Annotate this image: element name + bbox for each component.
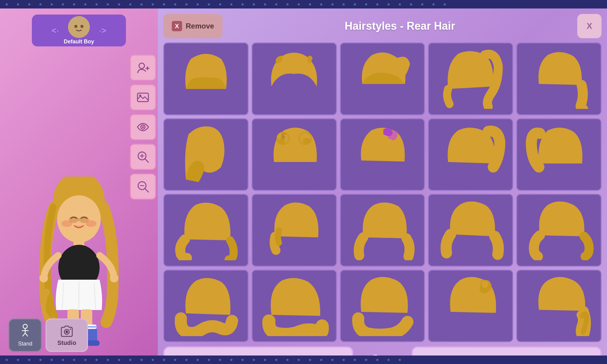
svg-point-0 bbox=[69, 17, 89, 37]
character-avatar bbox=[68, 16, 90, 38]
stand-icon bbox=[19, 323, 32, 339]
hair-item-2[interactable] bbox=[252, 42, 337, 115]
svg-line-47 bbox=[145, 188, 148, 192]
character-name: Default Boy bbox=[64, 39, 94, 45]
panel-title: Hairstyles - Rear Hair bbox=[227, 20, 572, 32]
svg-point-3 bbox=[73, 28, 76, 30]
svg-point-18 bbox=[110, 274, 118, 282]
svg-line-53 bbox=[25, 333, 28, 336]
add-character-button[interactable] bbox=[130, 55, 156, 81]
hair-item-3[interactable] bbox=[340, 42, 425, 115]
hair-item-9[interactable] bbox=[428, 118, 513, 191]
svg-point-1 bbox=[74, 25, 77, 28]
svg-point-2 bbox=[80, 25, 83, 28]
hair-item-4[interactable] bbox=[428, 42, 513, 115]
star-border-top: ★★ ★★ ★★ ★★ ★★ ★★ ★★ ★★ ★★ ★★ ★★ ★★ ★★ ★… bbox=[0, 0, 607, 8]
hair-grid bbox=[163, 42, 602, 342]
hair-item-13[interactable] bbox=[340, 194, 425, 267]
svg-line-52 bbox=[23, 333, 25, 336]
camera-icon bbox=[60, 324, 73, 338]
svg-point-56 bbox=[70, 329, 71, 330]
hair-item-19[interactable] bbox=[428, 270, 513, 342]
svg-point-9 bbox=[69, 216, 79, 223]
svg-point-41 bbox=[142, 126, 144, 128]
character-info: Default Boy bbox=[64, 16, 94, 45]
prev-character-button[interactable]: <· bbox=[52, 26, 59, 35]
svg-point-17 bbox=[39, 274, 48, 282]
star-border-bottom: ★★ ★★ ★★ ★★ ★★ ★★ ★★ ★★ ★★ ★★ ★★ ★★ ★★ ★… bbox=[0, 356, 607, 364]
svg-point-35 bbox=[139, 63, 144, 69]
hair-item-12[interactable] bbox=[252, 194, 337, 267]
studio-button[interactable]: Studio bbox=[46, 318, 88, 352]
svg-point-4 bbox=[82, 28, 85, 30]
zoom-in-button[interactable] bbox=[130, 144, 156, 170]
hair-item-14[interactable] bbox=[428, 194, 513, 267]
studio-label: Studio bbox=[57, 339, 76, 346]
hair-item-16[interactable] bbox=[163, 270, 249, 342]
next-character-button[interactable]: ·> bbox=[99, 26, 106, 35]
svg-point-10 bbox=[79, 216, 89, 223]
hair-item-11[interactable] bbox=[163, 194, 249, 267]
hair-item-5[interactable] bbox=[516, 42, 602, 115]
hair-item-8[interactable] bbox=[340, 118, 425, 191]
svg-point-39 bbox=[139, 95, 141, 97]
zoom-out-button[interactable] bbox=[130, 174, 156, 200]
visibility-button[interactable] bbox=[130, 114, 156, 140]
hair-item-10[interactable] bbox=[516, 118, 602, 191]
header-bar: X Remove Hairstyles - Rear Hair X bbox=[163, 14, 602, 38]
hair-item-17[interactable] bbox=[252, 270, 337, 342]
tool-sidebar bbox=[130, 55, 157, 200]
svg-point-49 bbox=[23, 324, 27, 329]
svg-rect-11 bbox=[79, 218, 79, 221]
remove-x-icon: X bbox=[172, 21, 182, 31]
hair-item-20[interactable] bbox=[516, 270, 602, 342]
remove-label: Remove bbox=[186, 22, 214, 30]
close-button[interactable]: X bbox=[577, 14, 602, 38]
remove-button[interactable]: X Remove bbox=[163, 14, 222, 38]
character-display-area bbox=[27, 46, 131, 356]
background-button[interactable] bbox=[130, 84, 156, 110]
hair-item-6[interactable] bbox=[163, 118, 249, 191]
hair-item-15[interactable] bbox=[516, 194, 602, 267]
hair-item-7[interactable] bbox=[252, 118, 337, 191]
stand-label: Stand bbox=[18, 341, 32, 347]
stand-button[interactable]: Stand bbox=[8, 318, 42, 352]
hair-item-18[interactable] bbox=[340, 270, 425, 342]
right-panel: X Remove Hairstyles - Rear Hair X bbox=[158, 8, 607, 356]
svg-point-55 bbox=[66, 331, 68, 333]
hair-item-1[interactable] bbox=[163, 42, 249, 115]
svg-point-59 bbox=[281, 135, 285, 139]
svg-line-43 bbox=[145, 159, 148, 162]
character-selector: <· Default Boy ·> bbox=[32, 15, 126, 46]
